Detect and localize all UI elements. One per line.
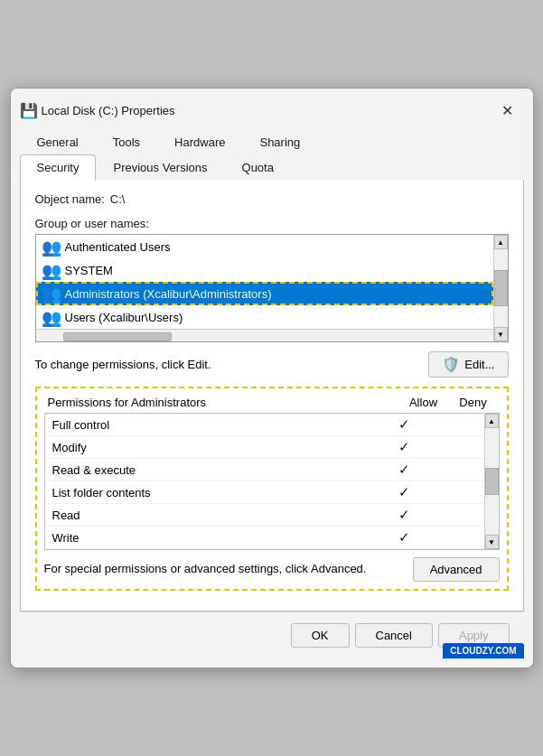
content-area: Object name: C:\ Group or user names: 👥 … bbox=[20, 180, 524, 611]
object-name-value: C:\ bbox=[110, 192, 126, 206]
user-icon-users: 👥 bbox=[42, 308, 60, 326]
permissions-table: Full control ✓ Modify ✓ Read & execute ✓ bbox=[45, 414, 484, 549]
change-permissions-row: To change permissions, click Edit. 🛡️ Ed… bbox=[35, 351, 509, 378]
perm-scroll-up[interactable]: ▲ bbox=[485, 414, 499, 428]
tab-security[interactable]: Security bbox=[20, 154, 97, 181]
perm-row-read: Read ✓ bbox=[45, 504, 484, 527]
perm-allow-modify: ✓ bbox=[378, 439, 432, 455]
user-name-authenticated: Authenticated Users bbox=[65, 240, 171, 254]
scrollbar-up-btn[interactable]: ▲ bbox=[494, 235, 508, 249]
close-button[interactable]: ✕ bbox=[495, 98, 520, 123]
tab-quota[interactable]: Quota bbox=[225, 154, 291, 181]
advanced-button[interactable]: Advanced bbox=[413, 557, 500, 582]
users-scrollbar: ▲ ▼ bbox=[493, 235, 508, 341]
watermark: CLOUDZY.COM bbox=[443, 643, 523, 658]
edit-button-label: Edit... bbox=[464, 358, 494, 371]
special-permissions-row: For special permissions or advanced sett… bbox=[44, 557, 500, 582]
bottom-area: OK Cancel Apply CLOUDZY.COM bbox=[11, 611, 533, 658]
scrollbar-down-btn[interactable]: ▼ bbox=[494, 327, 508, 341]
perm-name-modify: Modify bbox=[52, 441, 378, 454]
perm-name-list-folder: List folder contents bbox=[52, 486, 378, 499]
user-icon-authenticated: 👥 bbox=[42, 238, 60, 256]
tab-hardware[interactable]: Hardware bbox=[157, 129, 242, 154]
perm-allow-read: ✓ bbox=[378, 507, 432, 523]
perm-row-full-control: Full control ✓ bbox=[45, 414, 484, 436]
perm-name-full-control: Full control bbox=[52, 418, 378, 432]
perm-allow-list-folder: ✓ bbox=[378, 484, 432, 500]
permissions-header: Permissions for Administrators Allow Den… bbox=[44, 396, 500, 409]
perm-name-read-execute: Read & execute bbox=[52, 463, 378, 477]
permissions-scrollbar: ▲ ▼ bbox=[484, 414, 499, 549]
permissions-deny-label: Deny bbox=[451, 396, 496, 409]
permissions-allow-label: Allow bbox=[397, 396, 451, 409]
perm-scroll-thumb[interactable] bbox=[485, 468, 499, 495]
tab-general[interactable]: General bbox=[20, 129, 96, 154]
user-item-system[interactable]: 👥 SYSTEM bbox=[36, 258, 493, 282]
change-perm-text: To change permissions, click Edit. bbox=[35, 358, 211, 371]
special-perms-text: For special permissions or advanced sett… bbox=[44, 561, 413, 577]
tab-tools[interactable]: Tools bbox=[96, 129, 157, 154]
permissions-table-container: Full control ✓ Modify ✓ Read & execute ✓ bbox=[44, 413, 500, 550]
scrollbar-thumb[interactable] bbox=[494, 270, 508, 306]
window-title: Local Disk (C:) Properties bbox=[42, 104, 175, 117]
horizontal-scrollbar[interactable] bbox=[36, 329, 493, 341]
tabs-area: General Tools Hardware Sharing Security … bbox=[11, 128, 533, 180]
users-section-label: Group or user names: bbox=[35, 217, 509, 230]
title-bar-left: 💾 Local Disk (C:) Properties bbox=[20, 102, 175, 118]
user-name-system: SYSTEM bbox=[65, 264, 113, 277]
tabs-row-1: General Tools Hardware Sharing bbox=[20, 128, 524, 154]
object-name-row: Object name: C:\ bbox=[35, 192, 509, 206]
users-list-container: 👥 Authenticated Users 👥 SYSTEM 👥 Adminis… bbox=[35, 234, 509, 342]
title-bar: 💾 Local Disk (C:) Properties ✕ bbox=[11, 89, 533, 128]
tab-previous-versions[interactable]: Previous Versions bbox=[96, 154, 224, 181]
horizontal-scroll-thumb[interactable] bbox=[63, 332, 172, 341]
perm-allow-read-execute: ✓ bbox=[378, 462, 432, 478]
permissions-box: Permissions for Administrators Allow Den… bbox=[35, 387, 509, 591]
perm-allow-write: ✓ bbox=[378, 529, 432, 546]
edit-button[interactable]: 🛡️ Edit... bbox=[428, 351, 508, 378]
perm-row-list-folder: List folder contents ✓ bbox=[45, 481, 484, 504]
user-name-users: Users (Xcalibur\Users) bbox=[65, 311, 183, 324]
object-name-label: Object name: bbox=[35, 192, 105, 206]
users-list: 👥 Authenticated Users 👥 SYSTEM 👥 Adminis… bbox=[36, 235, 493, 341]
perm-row-read-execute: Read & execute ✓ bbox=[45, 459, 484, 481]
tabs-row-2: Security Previous Versions Quota bbox=[20, 154, 524, 180]
perm-name-read: Read bbox=[52, 509, 378, 522]
user-icon-administrators: 👥 bbox=[42, 285, 60, 303]
perm-name-write: Write bbox=[52, 531, 378, 545]
user-icon-system: 👥 bbox=[42, 261, 60, 279]
window-bottom bbox=[11, 658, 533, 667]
ok-button[interactable]: OK bbox=[291, 623, 350, 648]
tab-sharing[interactable]: Sharing bbox=[242, 129, 317, 154]
permissions-title: Permissions for Administrators bbox=[48, 396, 397, 409]
perm-allow-full-control: ✓ bbox=[378, 416, 432, 433]
perm-row-write: Write ✓ bbox=[45, 527, 484, 549]
window-icon: 💾 bbox=[20, 102, 36, 118]
user-item-administrators[interactable]: 👥 Administrators (Xcalibur\Administrator… bbox=[36, 282, 493, 305]
shield-icon: 🛡️ bbox=[442, 356, 460, 373]
perm-scroll-down[interactable]: ▼ bbox=[485, 535, 499, 549]
perm-row-modify: Modify ✓ bbox=[45, 436, 484, 459]
cancel-button[interactable]: Cancel bbox=[355, 623, 433, 648]
user-name-administrators: Administrators (Xcalibur\Administrators) bbox=[65, 287, 272, 301]
user-item-authenticated[interactable]: 👥 Authenticated Users bbox=[36, 235, 493, 258]
user-item-users[interactable]: 👥 Users (Xcalibur\Users) bbox=[36, 305, 493, 329]
main-window: 💾 Local Disk (C:) Properties ✕ General T… bbox=[10, 88, 534, 668]
